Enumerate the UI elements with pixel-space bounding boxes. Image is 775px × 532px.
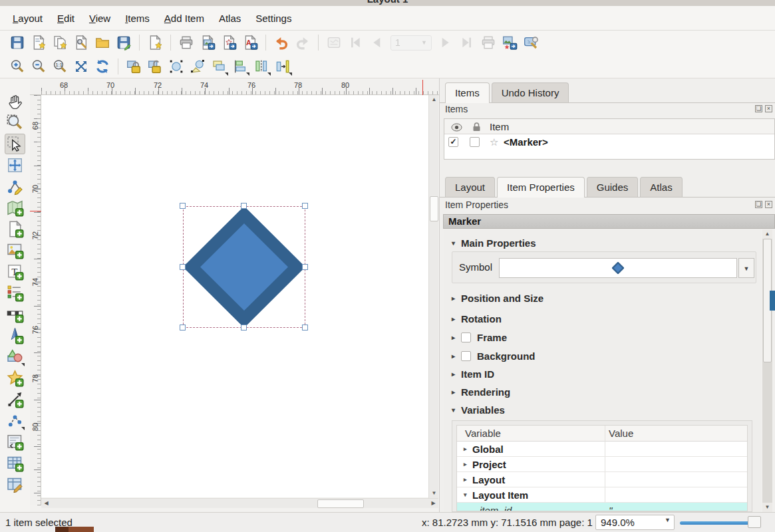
menu-atlas[interactable]: Atlas	[212, 9, 248, 27]
add-html-button[interactable]	[5, 432, 25, 452]
raise-items-button[interactable]	[209, 57, 229, 76]
save-as-template-button[interactable]	[114, 33, 134, 53]
variable-row-project[interactable]: ▸ Project	[457, 457, 747, 472]
resize-items-button[interactable]	[273, 57, 293, 76]
undo-button[interactable]	[271, 33, 291, 53]
ungroup-items-button[interactable]	[188, 57, 208, 76]
tab-items[interactable]: Items	[445, 82, 490, 103]
section-rendering[interactable]: ▸ Rendering	[452, 384, 510, 400]
redo-button[interactable]	[293, 33, 313, 53]
selection-handle-s[interactable]	[241, 325, 247, 331]
export-as-pdf-button[interactable]: A	[240, 33, 260, 53]
add-shape-button[interactable]	[5, 346, 25, 367]
atlas-page-combo[interactable]: 1▼	[390, 35, 432, 51]
last-feature-button[interactable]	[457, 33, 477, 53]
selection-handle-nw[interactable]	[180, 203, 186, 209]
variable-row-layout-item[interactable]: ▾ Layout Item	[457, 487, 747, 503]
add-north-arrow-button[interactable]	[5, 325, 25, 346]
tab-guides[interactable]: Guides	[587, 177, 639, 197]
scroll-down-icon[interactable]: ▼	[429, 489, 439, 498]
scroll-left-icon[interactable]: ◀	[41, 499, 51, 508]
next-feature-button[interactable]	[436, 33, 456, 53]
tab-layout[interactable]: Layout	[445, 177, 495, 197]
tab-item-properties[interactable]: Item Properties	[497, 177, 585, 198]
add-marker-button[interactable]	[5, 368, 25, 388]
move-item-content-button[interactable]	[5, 155, 25, 176]
zoom-level-combobox[interactable]: 949.0% ▼	[595, 515, 675, 530]
layout-canvas-page[interactable]	[41, 95, 428, 497]
close-panel-icon[interactable]: ×	[765, 105, 772, 112]
menu-items[interactable]: Items	[118, 9, 157, 27]
close-panel-icon[interactable]: ×	[765, 201, 772, 208]
duplicate-layout-button[interactable]	[50, 33, 70, 53]
export-as-image-button[interactable]	[198, 33, 218, 53]
window-titlebar[interactable]: Layout 1	[0, 0, 775, 6]
menu-settings[interactable]: Settings	[248, 9, 299, 27]
section-variables[interactable]: ▾ Variables	[452, 402, 505, 418]
selection-handle-ne[interactable]	[302, 203, 308, 209]
canvas-horizontal-scrollbar[interactable]: ◀ ▶	[41, 498, 438, 508]
tab-atlas[interactable]: Atlas	[640, 177, 682, 197]
section-position-and-size[interactable]: ▸ Position and Size	[452, 290, 543, 306]
selection-handle-se[interactable]	[302, 325, 308, 331]
print-layout-button[interactable]	[176, 33, 196, 53]
float-panel-icon[interactable]: ❏	[755, 201, 762, 208]
print-atlas-button[interactable]	[478, 33, 498, 53]
horizontal-scroll-thumb[interactable]	[317, 499, 364, 508]
section-rotation[interactable]: ▸ Rotation	[452, 311, 502, 327]
group-items-button[interactable]	[166, 57, 186, 76]
first-feature-button[interactable]	[345, 33, 365, 53]
add-scalebar-button[interactable]	[5, 304, 25, 325]
scroll-right-icon[interactable]: ▶	[428, 499, 438, 508]
scroll-up-icon[interactable]: ▲	[429, 95, 439, 104]
vertical-scroll-thumb[interactable]	[430, 196, 438, 221]
select-move-item-button[interactable]	[5, 134, 25, 154]
add-fixed-table-button[interactable]	[5, 474, 25, 495]
properties-vertical-scrollbar[interactable]: ▲ ▼	[762, 229, 772, 512]
symbol-button[interactable]	[499, 258, 737, 278]
pan-layout-button[interactable]	[5, 91, 25, 112]
add-node-item-button[interactable]	[5, 410, 25, 431]
item-locked-checkbox[interactable]	[470, 137, 480, 147]
add-attribute-table-button[interactable]	[5, 453, 25, 473]
export-atlas-as-image-button[interactable]	[500, 33, 520, 53]
add-3d-map-button[interactable]	[5, 219, 25, 239]
distribute-items-button[interactable]	[251, 57, 271, 76]
layout-properties-button[interactable]	[71, 33, 91, 53]
item-row-marker[interactable]: ☆ <Marker>	[444, 134, 774, 150]
section-background[interactable]: ▸ Background	[452, 348, 536, 364]
menu-view[interactable]: View	[82, 9, 118, 27]
selection-handle-n[interactable]	[241, 203, 247, 209]
selection-handle-e[interactable]	[302, 264, 308, 270]
zoom-full-button[interactable]	[71, 57, 91, 76]
variable-row-global[interactable]: ▸ Global	[457, 442, 747, 457]
zoom-in-button[interactable]	[7, 57, 27, 76]
align-items-button[interactable]	[230, 57, 250, 76]
new-layout-button[interactable]	[29, 33, 49, 53]
section-item-id[interactable]: ▸ Item ID	[452, 366, 494, 382]
scroll-down-icon[interactable]: ▼	[762, 503, 772, 512]
zoom-actual-button[interactable]: 1:1	[50, 57, 70, 76]
lock-selected-items-button[interactable]	[124, 57, 144, 76]
save-project-button[interactable]	[7, 33, 27, 53]
scroll-up-icon[interactable]: ▲	[762, 229, 772, 239]
add-items-from-template-button[interactable]	[145, 33, 165, 53]
symbol-dropdown-arrow[interactable]: ▼	[738, 258, 754, 278]
layout-manager-button[interactable]	[92, 33, 112, 53]
float-panel-icon[interactable]: ❏	[755, 105, 762, 112]
menu-layout[interactable]: Layout	[5, 9, 50, 27]
add-label-button[interactable]: T	[5, 261, 25, 282]
add-arrow-button[interactable]	[5, 389, 25, 410]
section-main-properties[interactable]: ▾ Main Properties	[452, 235, 536, 251]
variable-row-layout[interactable]: ▸ Layout	[457, 472, 747, 487]
previous-feature-button[interactable]	[367, 33, 387, 53]
zoom-slider-track[interactable]	[680, 521, 750, 525]
edit-nodes-item-button[interactable]	[5, 176, 25, 197]
selection-handle-sw[interactable]	[180, 325, 186, 331]
selection-handle-w[interactable]	[180, 264, 186, 270]
section-frame[interactable]: ▸ Frame	[452, 329, 507, 345]
add-map-button[interactable]	[5, 198, 25, 218]
unlock-all-items-button[interactable]	[145, 57, 165, 76]
menu-add-item[interactable]: Add Item	[157, 9, 212, 27]
menu-edit[interactable]: Edit	[50, 9, 82, 27]
